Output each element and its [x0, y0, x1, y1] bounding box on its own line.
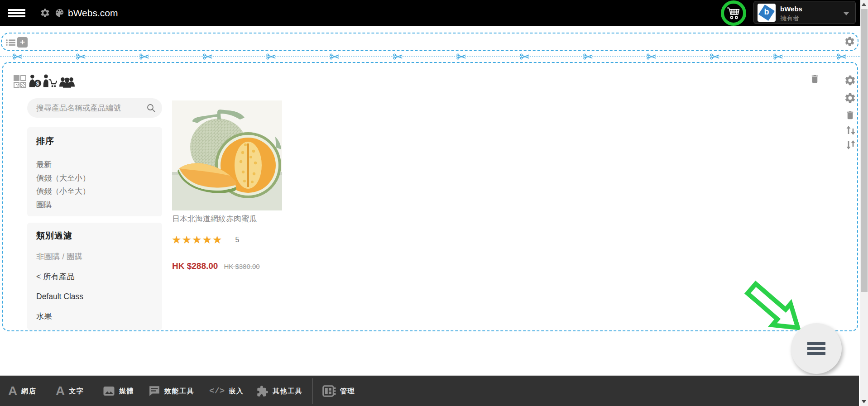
toolbar-item-media[interactable]: 媒體	[103, 376, 134, 406]
highlight-circle	[721, 0, 746, 26]
seller-money-icon[interactable]: $	[28, 74, 42, 88]
toolbar-item-text[interactable]: A 文字	[56, 376, 84, 406]
scroll-down-arrow-icon[interactable]	[862, 400, 866, 403]
filter-option-default-class[interactable]: Default Class	[36, 291, 153, 301]
account-menu[interactable]: b bWebs 擁有者	[753, 1, 856, 24]
scissors-icon	[773, 53, 783, 60]
original-price: HK $380.00	[224, 263, 259, 270]
scissors-icon	[647, 53, 657, 60]
scissors-icon	[330, 53, 340, 60]
letter-a-icon: A	[56, 385, 65, 397]
sale-price: HK $288.00	[172, 261, 218, 271]
toolbar-item-embed[interactable]: </> 嵌入	[209, 376, 244, 406]
bottom-toolbar: A 網店 A 文字 媒體 效能工具 </> 嵌入	[0, 375, 859, 406]
shopping-cart-icon[interactable]	[727, 7, 740, 19]
sort-panel: 排序 最新 價錢（大至小） 價錢（小至大） 團購	[27, 127, 162, 216]
scissors-icon	[520, 53, 530, 60]
product-search	[27, 98, 162, 118]
scissors-icon	[710, 53, 720, 60]
scissors-icon	[266, 53, 276, 60]
sort-option-newest[interactable]: 最新	[36, 158, 153, 172]
scissors-icon	[203, 53, 213, 60]
toolbar-item-store[interactable]: A 網店	[8, 376, 36, 406]
scissors-icon	[76, 53, 86, 60]
toolbar-item-other-tools[interactable]: 其他工具	[256, 376, 302, 406]
toolbar-divider	[312, 378, 313, 404]
widget-trash-icon[interactable]	[845, 110, 855, 121]
scissors-icon	[456, 53, 466, 60]
scissors-icon	[13, 53, 23, 60]
top-bar: bWebs.com b bWebs 擁有者	[0, 0, 868, 26]
account-role: 擁有者	[780, 14, 799, 23]
chevron-down-icon[interactable]	[844, 12, 849, 15]
move-up-icon[interactable]	[845, 124, 855, 136]
section-gear-icon[interactable]	[844, 36, 855, 47]
sort-option-price-asc[interactable]: 價錢（小至大）	[36, 185, 153, 198]
filter-title: 類別過濾	[36, 230, 153, 242]
toolbar-item-tools[interactable]: 效能工具	[149, 376, 194, 406]
search-icon[interactable]	[147, 104, 156, 113]
toolbar-item-manage[interactable]: 管理	[322, 376, 355, 406]
site-title: bWebs.com	[68, 0, 118, 26]
floating-menu-button[interactable]	[791, 323, 842, 374]
buyer-cart-icon[interactable]	[43, 74, 57, 88]
filter-option-groupbuy-toggle[interactable]: 非團購 / 團購	[36, 252, 153, 262]
widget-gear-icon[interactable]	[844, 74, 856, 86]
star-rating-icons: ★★★★★	[172, 234, 223, 246]
cut-line	[0, 56, 860, 57]
bwebs-logo: b	[758, 4, 776, 22]
account-name: bWebs	[780, 5, 802, 13]
product-rating: ★★★★★ 5	[172, 234, 239, 246]
manage-modules-icon	[322, 385, 336, 397]
media-image-icon	[103, 386, 115, 396]
scrollbar-thumb[interactable]	[861, 9, 868, 292]
product-price-row: HK $288.00 HK $380.00	[172, 261, 260, 271]
svg-text:$: $	[36, 81, 39, 87]
group-people-icon[interactable]	[59, 76, 75, 88]
letter-a-icon: A	[8, 385, 17, 397]
product-image[interactable]	[172, 100, 282, 210]
puzzle-icon	[256, 385, 269, 397]
sort-option-price-desc[interactable]: 價錢（大至小）	[36, 172, 153, 185]
scissors-icon	[583, 53, 593, 60]
annotation-arrow	[743, 280, 809, 335]
settings-gear-icon[interactable]	[40, 8, 50, 18]
page: bWebs.com b bWebs 擁有者	[0, 0, 868, 406]
filter-option-all-products[interactable]: < 所有產品	[36, 272, 153, 282]
delete-widget-icon[interactable]	[810, 73, 820, 85]
widget-gear2-icon[interactable]	[844, 92, 856, 104]
add-section-button[interactable]: +	[17, 37, 28, 48]
code-icon: </>	[209, 386, 225, 396]
scroll-up-arrow-icon[interactable]	[862, 3, 866, 6]
filter-option-fruit[interactable]: 水果	[36, 311, 153, 321]
vertical-scrollbar[interactable]	[860, 0, 868, 406]
move-down-icon[interactable]	[845, 139, 855, 151]
product-title[interactable]: 日本北海道網紋赤肉蜜瓜	[172, 214, 290, 224]
menu-hamburger-icon[interactable]	[8, 9, 25, 17]
search-input[interactable]	[36, 98, 144, 118]
scissors-icon	[139, 53, 149, 60]
category-filter-panel: 類別過濾 非團購 / 團購 < 所有產品 Default Class 水果	[27, 223, 162, 330]
sort-option-groupbuy[interactable]: 團購	[36, 198, 153, 212]
scissors-icon	[837, 53, 847, 60]
scissors-icon	[393, 53, 403, 60]
list-icon[interactable]	[6, 38, 16, 47]
theme-palette-icon[interactable]	[54, 8, 65, 18]
page-structure-bar: +	[1, 33, 858, 51]
rating-count: 5	[235, 236, 240, 244]
chat-tools-icon	[149, 385, 160, 397]
sort-title: 排序	[36, 135, 153, 147]
layout-grid-icon[interactable]	[14, 75, 27, 88]
